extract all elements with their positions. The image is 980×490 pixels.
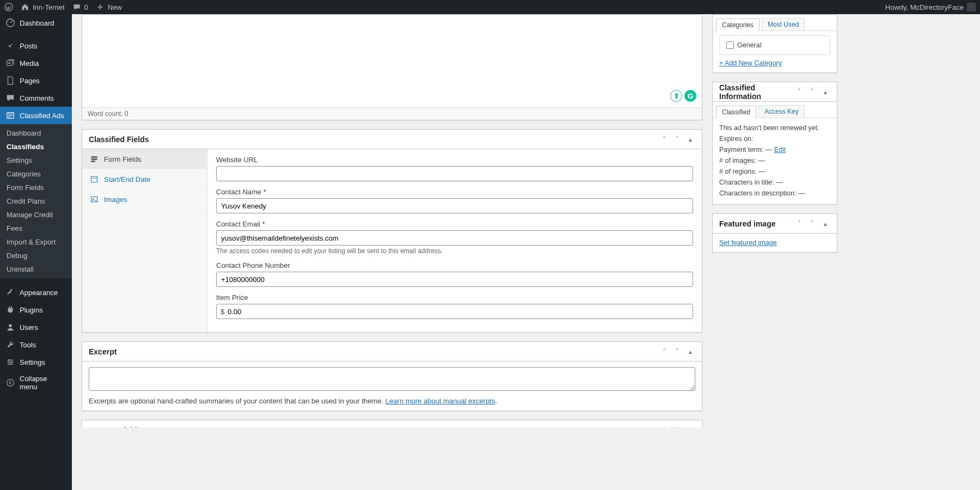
svg-point-0 bbox=[5, 3, 13, 11]
sub-settings[interactable]: Settings bbox=[0, 154, 72, 167]
sub-classifieds[interactable]: Classifieds bbox=[0, 140, 72, 154]
contact-email-help: The access codes needed to edit your lis… bbox=[216, 247, 693, 255]
contact-phone-input[interactable] bbox=[216, 272, 693, 287]
cf-tab-images[interactable]: Images bbox=[82, 189, 207, 210]
featured-image-title: Featured image bbox=[719, 219, 775, 228]
toggle-icon[interactable]: ▴ bbox=[685, 134, 695, 144]
menu-settings[interactable]: Settings bbox=[0, 353, 72, 371]
submenu-classified: Dashboard Classifieds Settings Categorie… bbox=[0, 124, 72, 278]
payment-edit-link[interactable]: Edit bbox=[774, 146, 786, 154]
cf-tab-start-end[interactable]: Start/End Date bbox=[82, 169, 207, 189]
menu-collapse[interactable]: Collapse menu bbox=[0, 371, 72, 395]
move-up-icon[interactable]: ˄ bbox=[794, 219, 804, 229]
menu-users[interactable]: Users bbox=[0, 318, 72, 336]
toggle-icon[interactable]: ▴ bbox=[685, 425, 695, 428]
menu-pages[interactable]: Pages bbox=[0, 72, 72, 89]
sub-form-fields[interactable]: Form Fields bbox=[0, 181, 72, 194]
contact-name-input[interactable] bbox=[216, 198, 693, 213]
move-down-icon[interactable]: ˅ bbox=[672, 347, 682, 357]
currency-symbol: $ bbox=[220, 304, 224, 319]
menu-appearance[interactable]: Appearance bbox=[0, 284, 72, 301]
word-count: Word count: 0 bbox=[82, 107, 702, 120]
sub-credit-plans[interactable]: Credit Plans bbox=[0, 194, 72, 208]
info-chars-desc: Characters in description: — bbox=[719, 188, 830, 199]
item-price-label: Item Price bbox=[216, 293, 693, 302]
move-down-icon[interactable]: ˅ bbox=[672, 425, 682, 428]
menu-dashboard[interactable]: Dashboard bbox=[0, 14, 72, 32]
new-label: New bbox=[108, 3, 122, 11]
cf-tab-form-fields[interactable]: Form Fields bbox=[82, 149, 207, 169]
tab-classified[interactable]: Classified bbox=[716, 106, 756, 118]
website-url-input[interactable] bbox=[216, 166, 693, 181]
plugin-icon bbox=[5, 305, 15, 315]
svg-rect-12 bbox=[91, 176, 97, 182]
form-icon bbox=[90, 155, 99, 163]
toggle-icon[interactable]: ▴ bbox=[820, 219, 830, 229]
info-payment: Payment term: — Edit bbox=[719, 144, 830, 155]
excerpt-title: Excerpt bbox=[89, 347, 117, 356]
menu-comments[interactable]: Comments bbox=[0, 89, 72, 107]
menu-posts[interactable]: Posts bbox=[0, 37, 72, 54]
sub-uninstall[interactable]: Uninstall bbox=[0, 262, 72, 276]
custom-fields-box: Custom Fields ˄ ˅ ▴ Add New Custom Field… bbox=[82, 420, 702, 427]
image-icon bbox=[90, 195, 99, 204]
new-link[interactable]: New bbox=[96, 3, 122, 11]
tab-categories[interactable]: Categories bbox=[716, 19, 759, 31]
move-up-icon[interactable]: ˄ bbox=[659, 134, 669, 144]
svg-point-7 bbox=[9, 363, 11, 365]
move-up-icon[interactable]: ˄ bbox=[659, 425, 669, 428]
svg-point-8 bbox=[7, 379, 14, 387]
contact-email-label: Contact Email * bbox=[216, 220, 693, 228]
editor-canvas[interactable]: ⬆ G bbox=[82, 15, 702, 107]
comment-icon bbox=[72, 3, 81, 11]
move-down-icon[interactable]: ˅ bbox=[807, 87, 817, 97]
admin-sidebar: Dashboard Posts Media Pages Comments Cla… bbox=[0, 14, 72, 427]
info-images: # of images: — bbox=[719, 155, 830, 166]
menu-tools[interactable]: Tools bbox=[0, 336, 72, 353]
item-price-input[interactable] bbox=[216, 304, 693, 319]
contact-phone-label: Contact Phone Number bbox=[216, 261, 693, 270]
excerpt-textarea[interactable] bbox=[89, 367, 695, 391]
comments-link[interactable]: 0 bbox=[72, 3, 88, 11]
excerpt-box: Excerpt ˄ ˅ ▴ Excerpts are optional hand… bbox=[82, 341, 702, 411]
excerpt-learn-link[interactable]: Learn more about manual excerpts bbox=[385, 397, 495, 405]
menu-classified-ads[interactable]: Classified Ads bbox=[0, 107, 72, 124]
grammarly-icon[interactable]: ⬆ bbox=[670, 90, 682, 102]
menu-plugins[interactable]: Plugins bbox=[0, 301, 72, 318]
info-renew: This ad hasn't been renewed yet. bbox=[719, 122, 830, 133]
sub-manage-credit[interactable]: Manage Credit bbox=[0, 208, 72, 222]
sub-import-export[interactable]: Import & Export bbox=[0, 235, 72, 249]
grammarly-icon[interactable]: G bbox=[684, 90, 696, 102]
cf-tabs: Form Fields Start/End Date Images bbox=[82, 149, 207, 332]
category-list: General bbox=[719, 35, 830, 55]
wp-logo[interactable] bbox=[4, 3, 13, 11]
sub-categories[interactable]: Categories bbox=[0, 167, 72, 181]
menu-media[interactable]: Media bbox=[0, 54, 72, 72]
toggle-icon[interactable]: ▴ bbox=[685, 347, 695, 357]
contact-email-input[interactable] bbox=[216, 230, 693, 246]
classified-info-title: Classified Information bbox=[719, 83, 794, 101]
contact-name-label: Contact Name * bbox=[216, 188, 693, 196]
category-general-checkbox[interactable] bbox=[726, 41, 734, 49]
move-up-icon[interactable]: ˄ bbox=[659, 347, 669, 357]
tab-most-used[interactable]: Most Used bbox=[762, 18, 805, 30]
site-link[interactable]: Inn-Ternet bbox=[21, 3, 65, 11]
set-featured-image-link[interactable]: Set featured image bbox=[719, 239, 777, 247]
editor-box: ⬆ G Word count: 0 bbox=[82, 14, 702, 120]
move-up-icon[interactable]: ˄ bbox=[794, 87, 804, 97]
add-new-category-link[interactable]: + Add New Category bbox=[719, 59, 782, 67]
tab-access-key[interactable]: Access Key bbox=[758, 105, 805, 118]
sub-debug[interactable]: Debug bbox=[0, 249, 72, 262]
move-down-icon[interactable]: ˅ bbox=[672, 134, 682, 144]
toggle-icon[interactable]: ▴ bbox=[820, 87, 830, 97]
move-down-icon[interactable]: ˅ bbox=[807, 219, 817, 229]
home-icon bbox=[21, 3, 29, 11]
site-name: Inn-Ternet bbox=[33, 3, 65, 11]
collapse-icon bbox=[5, 378, 15, 388]
wrench-icon bbox=[5, 340, 15, 350]
info-chars-title: Characters in title: — bbox=[719, 177, 830, 188]
svg-rect-11 bbox=[91, 161, 95, 162]
sub-fees[interactable]: Fees bbox=[0, 222, 72, 235]
svg-point-6 bbox=[11, 362, 13, 363]
sub-dashboard[interactable]: Dashboard bbox=[0, 126, 72, 140]
